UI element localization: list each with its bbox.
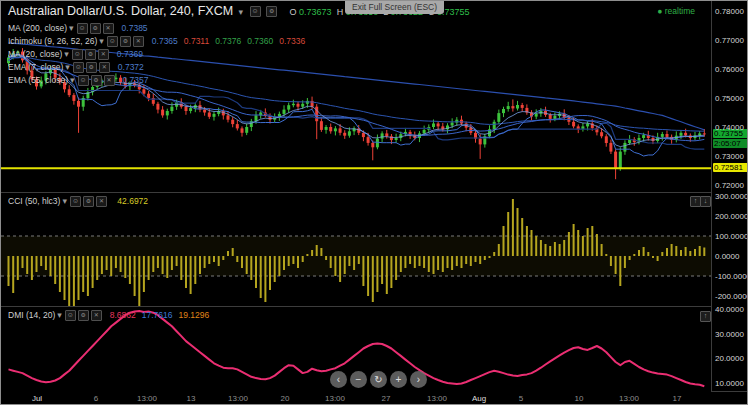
- scroll-right-button[interactable]: ›: [410, 371, 427, 388]
- pane-move-down-button[interactable]: ↓: [700, 196, 711, 207]
- time-tick-label: 13:00: [614, 394, 644, 403]
- status-dot-icon: ●: [657, 6, 662, 16]
- indicator-toggle-icon[interactable]: ⊙: [73, 62, 84, 73]
- scroll-left-button[interactable]: ‹: [330, 371, 347, 388]
- axis-tick-label: -200.0000: [715, 292, 748, 301]
- chart-nav-toolbar: ‹ − ↻ + ›: [330, 371, 427, 388]
- indicator-toggle-icon[interactable]: ⊙: [65, 310, 76, 321]
- indicator-value: 0.7365: [152, 36, 178, 46]
- cci-value: 42.6972: [117, 196, 148, 206]
- indicator-delete-icon[interactable]: ✕: [98, 49, 109, 60]
- axis-tick-label: 300.0000: [715, 192, 748, 201]
- chevron-down-icon[interactable]: ▾: [99, 36, 104, 46]
- axis-tick-label: 0.76000: [715, 65, 744, 74]
- time-axis[interactable]: Jul613:001313:002013:002713:00Aug51013:0…: [1, 391, 711, 405]
- indicator-settings-icon[interactable]: ⚙: [91, 75, 102, 86]
- indicator-settings-icon[interactable]: ⚙: [85, 49, 96, 60]
- indicator-settings-icon[interactable]: ⚙: [120, 36, 131, 47]
- indicator-settings-icon[interactable]: ⚙: [86, 62, 97, 73]
- indicator-legend-ma200[interactable]: MA (200, close)▾⊙⚙✕0.7385: [8, 23, 154, 34]
- open-value: 0.73673: [299, 7, 332, 17]
- axis-tick-label: 0.73000: [715, 152, 744, 161]
- time-tick-label: 13:00: [223, 394, 253, 403]
- symbol-title[interactable]: Australian Dollar/U.S. Dollar, 240, FXCM: [8, 4, 233, 18]
- axis-tick-label: 10.0000: [715, 379, 744, 388]
- axis-tick-label: 30.0000: [715, 330, 744, 339]
- indicator-legend-ema55[interactable]: EMA (55, close)▾⊙⚙✕0.7357: [8, 75, 155, 86]
- indicator-value: 0.7360: [247, 36, 273, 46]
- indicator-settings-icon[interactable]: ⚙: [90, 23, 101, 34]
- reset-view-button[interactable]: ↻: [370, 371, 387, 388]
- dmi-legend[interactable]: DMI (14, 20)▾⊙⚙✕8.686217.761619.1296: [8, 310, 215, 321]
- indicator-toggle-icon[interactable]: ⊙: [70, 196, 81, 207]
- price-axis[interactable]: 0.73755 2:05:07 0.72581 0.780000.770000.…: [711, 1, 748, 391]
- axis-tick-label: 40.0000: [715, 305, 744, 314]
- pane-move-up-button[interactable]: ↑: [700, 311, 711, 322]
- axis-tick-label: 0.72000: [715, 181, 744, 190]
- chevron-down-icon[interactable]: ▾: [64, 49, 69, 59]
- symbol-toggle-icon[interactable]: ⊙: [250, 6, 261, 17]
- indicator-value: 19.1296: [179, 310, 210, 320]
- chevron-down-icon[interactable]: ▾: [57, 310, 62, 320]
- indicator-toggle-icon[interactable]: ⊙: [72, 49, 83, 60]
- indicator-value: 0.7385: [122, 23, 148, 33]
- indicator-value: 0.7372: [118, 62, 144, 72]
- time-tick-label: 20: [270, 394, 300, 403]
- time-tick-label: Jul: [22, 394, 52, 403]
- time-tick-label: 17: [662, 394, 692, 403]
- indicator-value: 0.7336: [279, 36, 305, 46]
- axis-tick-label: 0.77000: [715, 36, 744, 45]
- zoom-out-button[interactable]: −: [350, 371, 367, 388]
- chevron-down-icon[interactable]: ▾: [65, 62, 70, 72]
- indicator-value: 0.7357: [123, 75, 149, 85]
- indicator-value: 0.7311: [184, 36, 209, 46]
- axis-tick-label: 200.0000: [715, 212, 748, 221]
- time-tick-label: 13:00: [132, 394, 162, 403]
- time-tick-label: 27: [371, 394, 401, 403]
- indicator-delete-icon[interactable]: ✕: [104, 75, 115, 86]
- chevron-down-icon[interactable]: ▾: [239, 7, 244, 17]
- panel-separator[interactable]: [1, 192, 748, 193]
- axis-tick-label: 0.75000: [715, 94, 744, 103]
- chevron-down-icon[interactable]: ▾: [62, 196, 67, 206]
- alert-price-badge[interactable]: 0.72581: [713, 163, 748, 172]
- axis-tick-label: 0.74000: [715, 123, 744, 132]
- axis-tick-label: -100.0000: [715, 272, 748, 281]
- time-tick-label: 13:00: [422, 394, 452, 403]
- indicator-delete-icon[interactable]: ✕: [91, 310, 102, 321]
- axis-tick-label: 0.0000: [715, 252, 739, 261]
- cci-legend[interactable]: CCI (50, hlc3)▾⊙⚙✕ 42.6972: [8, 196, 154, 207]
- axis-tick-label: 0.78000: [715, 7, 744, 16]
- indicator-delete-icon[interactable]: ✕: [133, 36, 144, 47]
- indicator-toggle-icon[interactable]: ⊙: [107, 36, 118, 47]
- time-tick-label: 6: [81, 394, 111, 403]
- indicator-value: 8.6862: [110, 310, 136, 320]
- axis-tick-label: 20.0000: [715, 354, 744, 363]
- chevron-down-icon[interactable]: ▾: [69, 23, 74, 33]
- indicator-legend-ema7[interactable]: EMA (7, close)▾⊙⚙✕0.7372: [8, 62, 150, 73]
- indicator-toggle-icon[interactable]: ⊙: [77, 23, 88, 34]
- panel-separator[interactable]: [1, 306, 748, 307]
- indicator-legend-ichimoku[interactable]: Ichimoku (9, 26, 52, 26)▾⊙⚙✕0.73650.7311…: [8, 36, 311, 47]
- exit-fullscreen-tooltip: Exit Full Screen (ESC): [345, 1, 444, 14]
- time-tick-label: 13: [176, 394, 206, 403]
- indicator-value: 17.7616: [142, 310, 173, 320]
- axis-tick-label: 100.0000: [715, 232, 748, 241]
- indicator-legend-ma20[interactable]: MA (20, close)▾⊙⚙✕0.7369: [8, 49, 149, 60]
- chart-root: 0.73755 2:05:07 0.72581 0.780000.770000.…: [0, 0, 748, 405]
- indicator-settings-icon[interactable]: ⚙: [83, 196, 94, 207]
- symbol-settings-icon[interactable]: ⚙: [266, 6, 277, 17]
- time-tick-label: Aug: [464, 394, 494, 403]
- indicator-toggle-icon[interactable]: ⊙: [78, 75, 89, 86]
- indicator-delete-icon[interactable]: ✕: [99, 62, 110, 73]
- time-tick-label: 5: [506, 394, 536, 403]
- indicator-delete-icon[interactable]: ✕: [96, 196, 107, 207]
- indicator-settings-icon[interactable]: ⚙: [78, 310, 89, 321]
- bar-countdown-badge: 2:05:07: [713, 139, 748, 148]
- zoom-in-button[interactable]: +: [390, 371, 407, 388]
- indicator-delete-icon[interactable]: ✕: [103, 23, 114, 34]
- indicator-value: 0.7376: [215, 36, 241, 46]
- cci-panel-chart[interactable]: [1, 193, 711, 306]
- chevron-down-icon[interactable]: ▾: [70, 75, 75, 85]
- indicator-value: 0.7369: [117, 49, 143, 59]
